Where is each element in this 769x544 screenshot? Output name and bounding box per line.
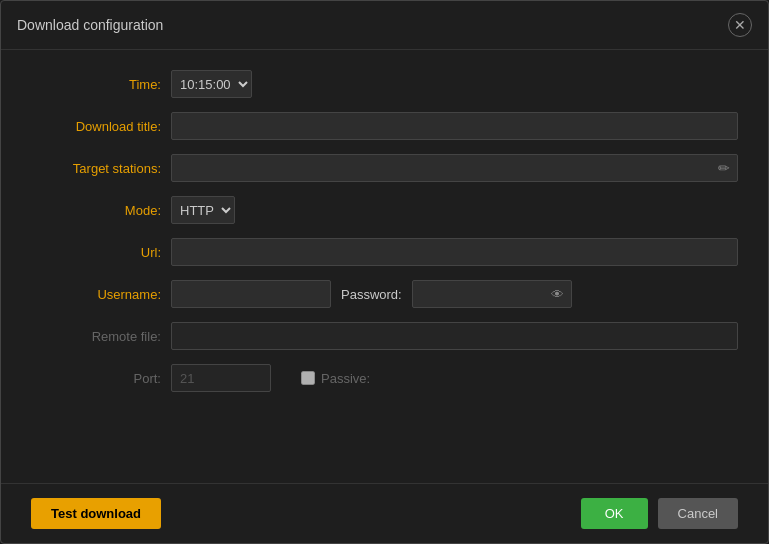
- ok-button[interactable]: OK: [581, 498, 648, 529]
- target-stations-input-wrap: [171, 154, 738, 182]
- cancel-button[interactable]: Cancel: [658, 498, 738, 529]
- target-stations-input[interactable]: [171, 154, 738, 182]
- mode-label: Mode:: [31, 203, 161, 218]
- time-select[interactable]: 10:15:00 11:00:00 12:00:00: [171, 70, 252, 98]
- username-input[interactable]: [171, 280, 331, 308]
- url-input[interactable]: [171, 238, 738, 266]
- test-download-button[interactable]: Test download: [31, 498, 161, 529]
- download-title-label: Download title:: [31, 119, 161, 134]
- dialog-footer: Test download OK Cancel: [1, 483, 768, 543]
- remote-file-input[interactable]: [171, 322, 738, 350]
- remote-file-label: Remote file:: [31, 329, 161, 344]
- mode-row: Mode: HTTP FTP SFTP: [31, 196, 738, 224]
- dialog-body: Time: 10:15:00 11:00:00 12:00:00 Downloa…: [1, 50, 768, 483]
- footer-right: OK Cancel: [581, 498, 738, 529]
- username-label: Username:: [31, 287, 161, 302]
- dialog-header: Download configuration ✕: [1, 1, 768, 50]
- password-show-button[interactable]: [545, 282, 570, 306]
- credentials-row: Username: Password:: [31, 280, 738, 308]
- passive-label: Passive:: [321, 371, 370, 386]
- password-input-wrap: [412, 280, 572, 308]
- download-title-row: Download title:: [31, 112, 738, 140]
- download-title-input[interactable]: [171, 112, 738, 140]
- password-label: Password:: [341, 287, 402, 302]
- target-stations-row: Target stations:: [31, 154, 738, 182]
- port-label: Port:: [31, 371, 161, 386]
- pencil-icon: [718, 160, 730, 176]
- dialog-title: Download configuration: [17, 17, 163, 33]
- time-label: Time:: [31, 77, 161, 92]
- passive-section: Passive:: [301, 371, 370, 386]
- target-stations-label: Target stations:: [31, 161, 161, 176]
- target-stations-edit-button[interactable]: [712, 156, 736, 180]
- eye-icon: [551, 286, 564, 302]
- mode-select[interactable]: HTTP FTP SFTP: [171, 196, 235, 224]
- url-label: Url:: [31, 245, 161, 260]
- time-row: Time: 10:15:00 11:00:00 12:00:00: [31, 70, 738, 98]
- url-row: Url:: [31, 238, 738, 266]
- passive-checkbox[interactable]: [301, 371, 315, 385]
- download-config-dialog: Download configuration ✕ Time: 10:15:00 …: [0, 0, 769, 544]
- port-passive-row: Port: Passive:: [31, 364, 738, 392]
- remote-file-row: Remote file:: [31, 322, 738, 350]
- port-input[interactable]: [171, 364, 271, 392]
- close-button[interactable]: ✕: [728, 13, 752, 37]
